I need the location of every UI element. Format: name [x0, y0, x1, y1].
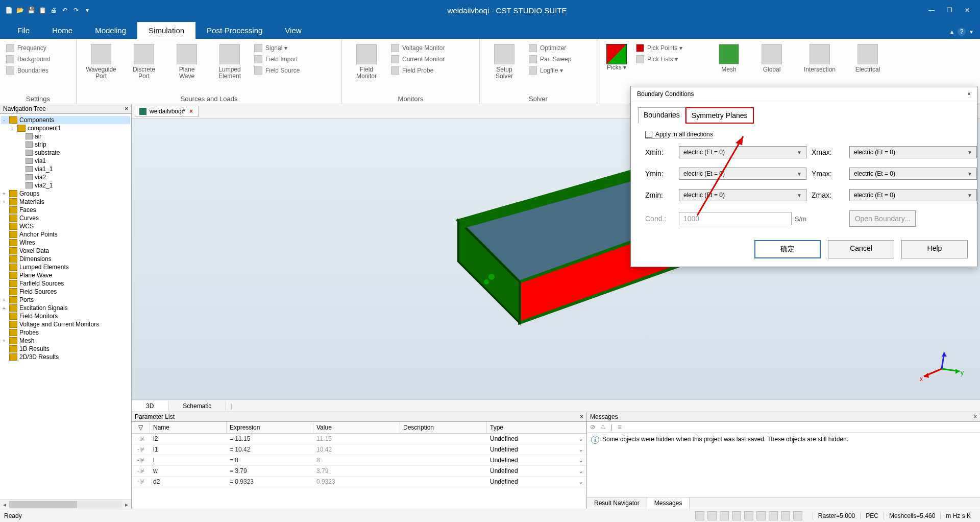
status-tool-8[interactable] [781, 511, 790, 520]
view-tab-3d[interactable]: 3D [132, 401, 168, 411]
tree-item[interactable]: Anchor Points [1, 230, 130, 239]
status-tool-6[interactable] [756, 511, 766, 520]
cond-input[interactable]: 1000 [679, 212, 792, 225]
signal-button[interactable]: Signal ▾ [252, 43, 302, 53]
par-sweep-button[interactable]: Par. Sweep [527, 54, 573, 64]
voltage-monitor-button[interactable]: Voltage Monitor [389, 43, 447, 53]
minimize-button[interactable]: — [928, 7, 935, 14]
param-close-icon[interactable]: × [580, 413, 583, 420]
picks-button[interactable]: Picks ▾ [601, 41, 632, 71]
tree-item[interactable]: WCS [1, 222, 130, 230]
tree-item[interactable]: Voltage and Current Monitors [1, 320, 130, 328]
col-expression[interactable]: Expression [227, 422, 313, 433]
msg-filter-icon[interactable]: ≡ [618, 423, 621, 431]
waveguide-port-button[interactable]: WaveguidePort [81, 41, 121, 80]
tab-result-navigator[interactable]: Result Navigator [587, 497, 647, 509]
tree-item[interactable]: via2_1 [1, 181, 130, 189]
tab-postprocessing[interactable]: Post-Processing [195, 22, 274, 39]
field-source-button[interactable]: Field Source [252, 65, 302, 76]
navigation-tree[interactable]: -Components-component1airstripsubstratev… [0, 114, 131, 500]
zmin-combo[interactable]: electric (Et = 0)▼ [679, 189, 806, 201]
ymax-combo[interactable]: electric (Et = 0)▼ [849, 168, 977, 180]
plane-wave-button[interactable]: PlaneWave [166, 41, 207, 80]
qat-print-icon[interactable]: 🖨 [49, 6, 58, 15]
setup-solver-button[interactable]: SetupSolver [484, 41, 525, 80]
tree-item[interactable]: +Ports [1, 296, 130, 304]
tree-item[interactable]: substrate [1, 149, 130, 157]
ribbon-collapse-icon[interactable]: ▴ [950, 28, 953, 35]
tree-item[interactable]: Faces [1, 206, 130, 214]
field-import-button[interactable]: Field Import [252, 54, 302, 64]
global-button[interactable]: Global [751, 41, 792, 73]
optimizer-button[interactable]: Optimizer [527, 43, 573, 53]
tree-item[interactable]: air [1, 132, 130, 140]
param-row[interactable]: -⊯d2= 0.93230.9323Undefined⌄ [132, 477, 586, 487]
tree-item[interactable]: +Mesh [1, 337, 130, 345]
status-tool-9[interactable] [793, 511, 802, 520]
current-monitor-button[interactable]: Current Monitor [389, 54, 447, 64]
nav-scrollbar[interactable]: ◂ ▸ [0, 500, 131, 509]
tree-item[interactable]: Curves [1, 214, 130, 222]
tree-item[interactable]: Probes [1, 328, 130, 337]
doc-close-icon[interactable]: × [188, 108, 194, 115]
ok-button[interactable]: 确定 [754, 240, 821, 258]
scroll-track[interactable] [9, 501, 122, 508]
ymin-combo[interactable]: electric (Et = 0)▼ [679, 168, 806, 180]
tree-item[interactable]: 2D/3D Results [1, 353, 130, 361]
tab-symmetry-planes[interactable]: Symmetry Planes [685, 107, 754, 124]
tab-boundaries[interactable]: Boundaries [638, 107, 685, 124]
filter-icon[interactable]: ▽ [132, 422, 150, 433]
tree-item[interactable]: Field Monitors [1, 312, 130, 320]
tree-item[interactable]: -component1 [1, 124, 130, 132]
tab-modeling[interactable]: Modeling [84, 22, 137, 39]
cancel-button[interactable]: Cancel [828, 240, 894, 258]
discrete-port-button[interactable]: DiscretePort [124, 41, 164, 80]
tree-item[interactable]: via1_1 [1, 165, 130, 173]
status-tool-4[interactable] [732, 511, 741, 520]
pick-points-button[interactable]: Pick Points ▾ [634, 43, 684, 53]
scroll-right-icon[interactable]: ▸ [122, 501, 131, 508]
tree-item[interactable]: strip [1, 140, 130, 149]
boundaries-button[interactable]: Boundaries [4, 65, 52, 76]
dialog-close-icon[interactable]: × [967, 90, 971, 98]
field-probe-button[interactable]: Field Probe [389, 65, 447, 76]
help-icon[interactable]: ? [958, 28, 966, 36]
help-dropdown-icon[interactable]: ▾ [970, 28, 973, 35]
tree-item[interactable]: +Excitation Signals [1, 304, 130, 312]
background-button[interactable]: Background [4, 54, 52, 64]
msg-close-icon[interactable]: × [973, 413, 977, 420]
maximize-button[interactable]: ❐ [947, 7, 952, 14]
frequency-button[interactable]: Frequency [4, 43, 52, 53]
help-button[interactable]: Help [901, 240, 968, 258]
msg-warn-icon[interactable]: ⚠ [600, 423, 606, 431]
scroll-left-icon[interactable]: ◂ [0, 501, 9, 508]
status-tool-5[interactable] [744, 511, 753, 520]
lumped-element-button[interactable]: LumpedElement [209, 41, 250, 80]
tree-item[interactable]: Lumped Elements [1, 263, 130, 271]
tree-item[interactable]: Farfield Sources [1, 279, 130, 288]
status-tool-7[interactable] [769, 511, 778, 520]
col-value[interactable]: Value [313, 422, 400, 433]
tree-item[interactable]: via1 [1, 157, 130, 165]
apply-all-checkbox[interactable]: Apply in all directions [645, 131, 713, 139]
param-row[interactable]: -⊯l1= 10.4210.42Undefined⌄ [132, 444, 586, 455]
intersection-button[interactable]: Intersection [794, 41, 845, 73]
tab-file[interactable]: File [6, 22, 41, 39]
tree-item[interactable]: +Materials [1, 198, 130, 206]
param-row[interactable]: -⊯l= 88Undefined⌄ [132, 455, 586, 466]
qat-redo-icon[interactable]: ↷ [71, 6, 81, 15]
tab-messages[interactable]: Messages [647, 497, 690, 509]
close-button[interactable]: ✕ [965, 7, 970, 14]
tree-item[interactable]: via2 [1, 173, 130, 181]
scroll-thumb[interactable] [9, 501, 77, 508]
xmax-combo[interactable]: electric (Et = 0)▼ [849, 146, 977, 158]
tab-view[interactable]: View [274, 22, 312, 39]
col-description[interactable]: Description [400, 422, 487, 433]
pick-lists-button[interactable]: Pick Lists ▾ [634, 54, 684, 64]
tab-home[interactable]: Home [41, 22, 84, 39]
col-type[interactable]: Type [487, 422, 586, 433]
zmax-combo[interactable]: electric (Et = 0)▼ [849, 189, 977, 201]
col-name[interactable]: Name [150, 422, 227, 433]
tree-item[interactable]: Voxel Data [1, 247, 130, 255]
nav-close-icon[interactable]: × [125, 105, 128, 112]
